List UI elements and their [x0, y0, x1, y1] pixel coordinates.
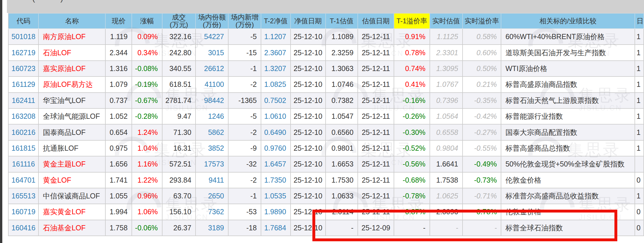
column-header-volume[interactable]: 成交(万元) — [162, 13, 196, 29]
cell-rt_premium: 0.21% — [463, 76, 501, 92]
cell-code[interactable]: 161116 — [8, 156, 38, 172]
cell-shares: 17573 — [196, 156, 228, 172]
cell-change: -0.19% — [132, 76, 162, 92]
cell-code[interactable]: 160216 — [8, 124, 38, 140]
cell-code[interactable]: 160719 — [8, 204, 38, 220]
column-header-code[interactable]: 代码 — [8, 13, 38, 29]
cell-code[interactable]: 165513 — [8, 188, 38, 204]
cell-t1_est: 1.0547 — [326, 108, 358, 124]
cell-rt_est: 1.0564 — [430, 108, 463, 124]
cell-code[interactable]: 162719 — [8, 45, 38, 60]
cell-shares_new: -1365 — [228, 93, 261, 108]
column-header-shares_new[interactable]: 场内新增(万份) — [228, 13, 261, 29]
cell-t2_nav: 1.3207 — [261, 61, 290, 76]
cell-shares: 98442 — [196, 93, 228, 108]
cell-change: 1.06% — [132, 204, 162, 220]
cell-est_date: 25-12-11 — [358, 108, 394, 124]
cell-rt_est: 0.7396 — [430, 93, 463, 108]
column-header-t1_est[interactable]: T-1估值 — [326, 13, 358, 29]
cell-nav_date: 25-12-10 — [291, 172, 326, 188]
cell-nav_date: 25-12-10 — [291, 156, 326, 172]
annotation-red-box — [312, 210, 617, 241]
cell-rt_premium: 0.50% — [463, 61, 501, 76]
cell-nav_date: 25-12-10 — [291, 108, 326, 124]
table-header: 代码名称现价涨幅成交(万元)场内份额(万份)场内新增(万份)T-2净值净值日期T… — [8, 13, 644, 29]
cell-frag: 1 — [635, 45, 644, 60]
cell-change: 1.04% — [132, 140, 162, 156]
cell-price: 1.055 — [105, 188, 132, 204]
cell-price: 1.079 — [105, 76, 132, 92]
cell-t1_est: 2.3259 — [326, 45, 358, 60]
cell-name: 南方原油LOF — [38, 29, 105, 45]
cell-code[interactable]: 162411 — [8, 93, 38, 108]
cell-t2_nav: 0.9760 — [261, 140, 290, 156]
cell-rt_est: 1.1125 — [430, 29, 463, 45]
cell-price: 1.994 — [105, 204, 132, 220]
cell-shares_new: -1 — [228, 61, 261, 76]
cell-code[interactable]: 163208 — [8, 108, 38, 124]
cell-shares_new: -5 — [228, 108, 261, 124]
cell-shares_new: -1 — [228, 188, 261, 204]
cell-rt_est: 1.6641 — [430, 156, 463, 172]
cell-t2_nav: 1.7684 — [261, 220, 290, 236]
cell-volume: 322.16 — [162, 29, 196, 45]
column-header-change[interactable]: 涨幅 — [132, 13, 162, 29]
column-header-t1_premium[interactable]: T-1溢价率 — [394, 13, 430, 29]
column-header-t2_nav[interactable]: T-2净值 — [261, 13, 290, 29]
cell-change: 0.34% — [132, 45, 162, 60]
cell-code[interactable]: 164701 — [8, 172, 38, 188]
cell-t2_nav: 1.1207 — [261, 29, 290, 45]
cell-benchmark: 伦敦金价格 — [501, 172, 635, 188]
cell-price: 1.119 — [105, 29, 132, 45]
cell-frag: 1 — [635, 93, 644, 108]
cell-t1_premium: -0.56% — [394, 156, 430, 172]
table-row: 162411华宝油气LOF0.737-0.67%2781.7498442-136… — [8, 93, 644, 108]
table-body: 501018南方原油LOF1.1190.09%322.1654227-51.12… — [8, 29, 644, 236]
cell-code[interactable]: 160723 — [8, 61, 38, 76]
column-header-nav_date[interactable]: 净值日期 — [291, 13, 326, 29]
cell-benchmark: 国泰大宗商品配置指数 — [501, 124, 635, 140]
cell-t2_nav: 1.0535 — [261, 188, 290, 204]
cell-price: 1.052 — [105, 108, 132, 124]
lof-fund-table: 代码名称现价涨幅成交(万元)场内份额(万份)场内新增(万份)T-2净值净值日期T… — [8, 13, 644, 236]
column-header-shares[interactable]: 场内份额(万份) — [196, 13, 228, 29]
cell-benchmark: 60%WTI+40%BRENT原油价格 — [501, 29, 635, 45]
cell-t2_nav: 1.0610 — [261, 108, 290, 124]
cell-t1_premium: -0.68% — [394, 172, 430, 188]
cell-change: 0.96% — [132, 188, 162, 204]
cell-t1_premium: 0.74% — [394, 61, 430, 76]
table-row: 501018南方原油LOF1.1190.09%322.1654227-51.12… — [8, 29, 644, 45]
cell-t1_premium: -0.16% — [394, 93, 430, 108]
cell-t1_premium: 0.91% — [394, 29, 430, 45]
cell-shares: 9411 — [196, 172, 228, 188]
column-header-price[interactable]: 现价 — [105, 13, 132, 29]
cell-t1_premium: 0.78% — [394, 45, 430, 60]
cell-frag: 0 — [635, 204, 644, 220]
cell-shares: 7362 — [196, 204, 228, 220]
cell-rt_premium: -0.49% — [463, 156, 501, 172]
column-header-rt_est[interactable]: 实时估值 — [430, 13, 463, 29]
cell-change: 1.24% — [132, 124, 162, 140]
column-header-rt_premium[interactable]: 实时溢价率 — [463, 13, 501, 29]
cell-code[interactable]: 161129 — [8, 76, 38, 92]
cell-benchmark: 标普能源行业指数 — [501, 108, 635, 124]
table-row: 161116黄金主题LOF1.6561.16%572.5117573-321.6… — [8, 156, 644, 172]
cell-volume: 9.47 — [162, 108, 196, 124]
column-header-frag[interactable]: 日 — [635, 13, 644, 29]
cell-benchmark: 标普高盛原油商品指数 — [501, 76, 635, 92]
cell-frag: 0 — [635, 220, 644, 236]
cell-name: 嘉实黄金LOF — [38, 204, 105, 220]
column-header-name[interactable]: 名称 — [38, 13, 105, 29]
cell-shares: 54227 — [196, 29, 228, 45]
cell-code[interactable]: 161815 — [8, 140, 38, 156]
top-bar: ( ) — [7, 0, 644, 13]
table-row: 161815抗通胀LOF0.9751.04%16.313852-90.97602… — [8, 140, 644, 156]
cell-rt_est: 1.0625 — [430, 188, 463, 204]
cell-code[interactable]: 160416 — [8, 220, 38, 236]
column-header-est_date[interactable]: 估值日期 — [358, 13, 394, 29]
cell-t1_est: 1.1089 — [326, 29, 358, 45]
cell-price: 1.741 — [105, 172, 132, 188]
column-header-benchmark[interactable]: 相关标的/业绩比较 — [501, 13, 635, 29]
cell-code[interactable]: 501018 — [8, 29, 38, 45]
cell-price: 0.737 — [105, 93, 132, 108]
